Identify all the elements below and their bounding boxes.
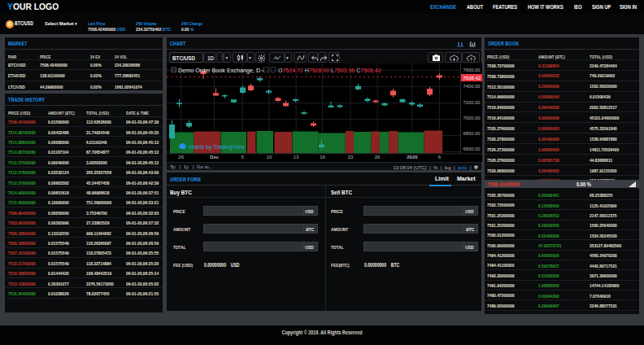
- svg-text:2020: 2020: [407, 155, 418, 159]
- svg-text:23: 23: [347, 155, 353, 159]
- svg-text:7400.00: 7400.00: [463, 84, 480, 89]
- svg-text:7508.42: 7508.42: [463, 76, 481, 81]
- svg-text:6600.00: 6600.00: [463, 146, 480, 151]
- svg-text:O7524.72 H7528.00 L7503.96 C75: O7524.72 H7528.00 L7503.96 C7508.42: [278, 68, 381, 73]
- svg-text:7200.00: 7200.00: [463, 100, 480, 105]
- svg-text:26: 26: [374, 155, 380, 159]
- svg-text:7600.00: 7600.00: [463, 68, 480, 72]
- svg-text:Demo Order Book Exchange, D ▾: Demo Order Book Exchange, D ▾: [178, 67, 264, 74]
- svg-text:Dec: Dec: [210, 155, 220, 159]
- svg-text:16: 16: [320, 155, 325, 159]
- svg-text:26: 26: [178, 155, 184, 159]
- svg-text:charts by TradingView: charts by TradingView: [189, 144, 246, 151]
- svg-text:10: 10: [266, 155, 272, 159]
- svg-text:13: 13: [293, 155, 298, 159]
- svg-text:6800.00: 6800.00: [463, 131, 480, 136]
- svg-text:7000.00: 7000.00: [463, 116, 480, 120]
